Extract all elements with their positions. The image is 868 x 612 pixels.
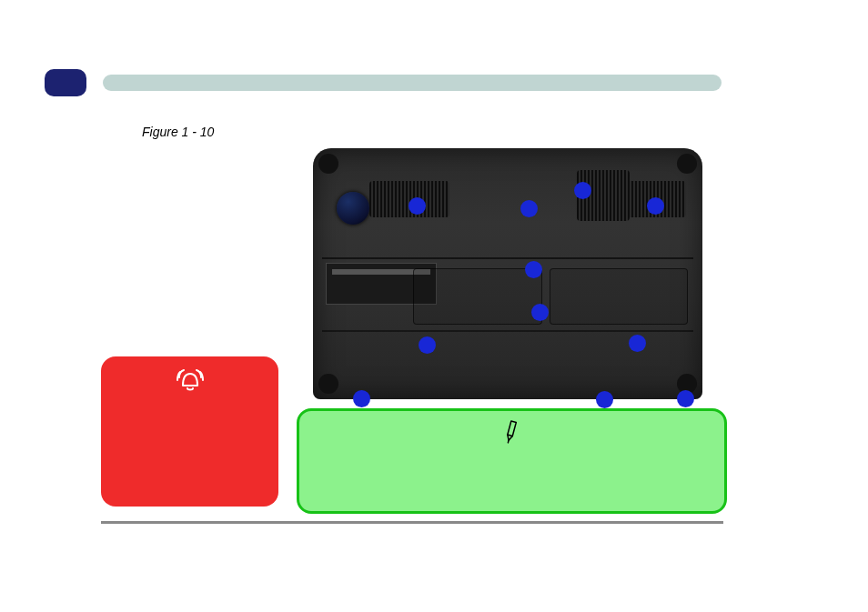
callout-dot [353,390,370,407]
callout-dot [409,197,426,215]
note-card [297,408,727,514]
laptop-bottom-image [313,148,702,399]
warning-card [101,356,278,507]
callout-dot [419,336,436,354]
callout-dot [596,391,613,408]
callout-dot [629,335,646,352]
footer-rule [101,521,723,524]
rubber-foot-icon [318,154,338,174]
callout-dot [574,182,591,199]
rubber-foot-icon [677,154,697,174]
manual-page: Figure 1 - 10 [0,0,868,612]
access-panel-icon [413,268,542,325]
callout-dot [525,261,542,278]
callout-dot [647,197,664,215]
figure-caption: Figure 1 - 10 [142,125,214,139]
callout-dot [531,304,549,321]
rubber-foot-icon [318,374,338,394]
seam-line [322,257,693,259]
access-panel-icon [550,268,688,325]
seam-line [322,330,693,332]
bell-icon [177,369,204,396]
vent-icon [369,181,449,217]
header-bar [103,75,722,91]
section-tab [45,69,86,96]
pen-icon [497,416,526,447]
callout-dot [677,390,694,407]
subwoofer-icon [337,192,369,225]
callout-dot [520,200,538,217]
